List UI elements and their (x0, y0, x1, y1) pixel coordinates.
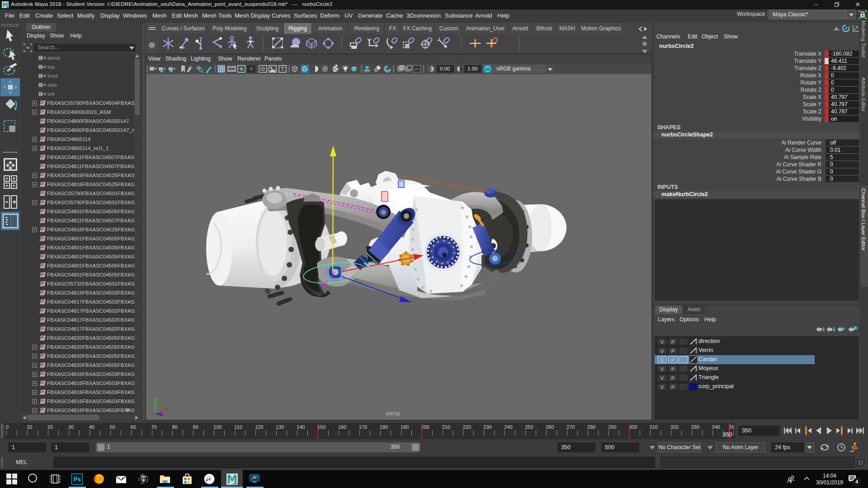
svg-text:MAYA: MAYA (233, 483, 238, 485)
svg-text:4: 4 (855, 479, 859, 484)
svg-text:x: x (165, 405, 168, 412)
svg-text:ON: ON (485, 68, 490, 71)
svg-text:y: y (154, 396, 157, 403)
